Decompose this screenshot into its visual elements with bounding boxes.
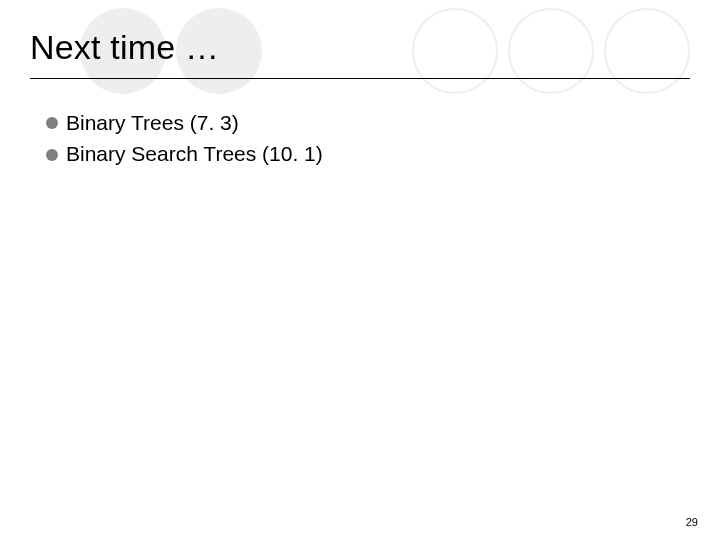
- bullet-text: Binary Search Trees (10. 1): [66, 139, 323, 169]
- slide-title: Next time …: [30, 28, 219, 67]
- title-underline: [30, 78, 690, 79]
- decor-circle-icon: [508, 8, 594, 94]
- list-item: Binary Search Trees (10. 1): [46, 139, 323, 169]
- bullet-text: Binary Trees (7. 3): [66, 108, 239, 138]
- bullet-icon: [46, 149, 58, 161]
- decor-circle-icon: [412, 8, 498, 94]
- bullet-icon: [46, 117, 58, 129]
- decor-circle-icon: [604, 8, 690, 94]
- background-decoration: [0, 0, 720, 540]
- list-item: Binary Trees (7. 3): [46, 108, 323, 138]
- bullet-list: Binary Trees (7. 3) Binary Search Trees …: [46, 108, 323, 171]
- page-number: 29: [686, 516, 698, 528]
